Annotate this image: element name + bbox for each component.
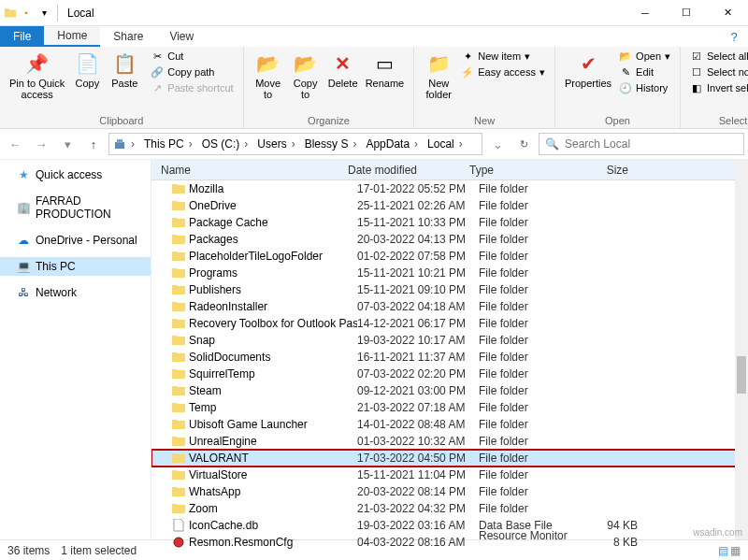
vertical-scrollbar[interactable] bbox=[735, 160, 748, 539]
folder-icon bbox=[172, 401, 185, 414]
copy-icon: 📄 bbox=[74, 50, 100, 77]
pin-quick-access-button[interactable]: 📌 Pin to Quick access bbox=[6, 49, 68, 102]
nav-item[interactable]: ☁ OneDrive - Personal bbox=[0, 231, 151, 250]
table-row[interactable]: VALORANT 17-03-2022 04:50 PM File folder bbox=[151, 450, 748, 467]
paste-shortcut-button[interactable]: ↗Paste shortcut bbox=[147, 80, 237, 95]
up-button[interactable]: ↑ bbox=[82, 133, 105, 155]
nav-item[interactable]: 🖧 Network bbox=[0, 283, 151, 302]
table-row[interactable]: VirtualStore 15-11-2021 11:04 PM File fo… bbox=[151, 467, 748, 483]
nav-item[interactable]: 💻 This PC bbox=[0, 257, 151, 276]
file-type: Resource Monitor ... bbox=[479, 529, 572, 551]
file-type: File folder bbox=[479, 468, 572, 481]
delete-button[interactable]: ✕ Delete bbox=[324, 49, 362, 91]
table-row[interactable]: RadeonInstaller 07-03-2022 04:18 AM File… bbox=[151, 298, 748, 315]
col-date[interactable]: Date modified bbox=[348, 164, 469, 177]
file-type: File folder bbox=[479, 317, 572, 330]
file-name: Steam bbox=[189, 384, 357, 397]
properties-button[interactable]: ✔ Properties bbox=[561, 49, 615, 91]
breadcrumb[interactable]: This PCOS (C:)UsersBlessy SAppDataLocal bbox=[108, 133, 482, 155]
nav-item[interactable]: 🏢 FARRAD PRODUCTION bbox=[0, 192, 151, 223]
col-type[interactable]: Type bbox=[469, 164, 563, 177]
folder-icon bbox=[4, 7, 17, 20]
history-button[interactable]: 🕘History bbox=[615, 80, 674, 95]
table-row[interactable]: IconCache.db 19-03-2022 03:16 AM Data Ba… bbox=[151, 517, 748, 534]
copy-path-button[interactable]: 🔗Copy path bbox=[147, 65, 237, 79]
move-to-button[interactable]: 📂 Move to bbox=[250, 49, 287, 102]
table-row[interactable]: Packages 20-03-2022 04:13 PM File folder bbox=[151, 231, 748, 248]
breadcrumb-item[interactable]: OS (C:) bbox=[197, 137, 253, 151]
folder-icon bbox=[172, 334, 185, 347]
address-dropdown[interactable]: ⌄ bbox=[486, 133, 509, 155]
search-input[interactable]: 🔍 Search Local bbox=[539, 133, 744, 155]
easy-access-button[interactable]: ⚡Easy access ▾ bbox=[457, 65, 549, 79]
select-none-button[interactable]: ☐Select none bbox=[686, 65, 748, 79]
select-all-button[interactable]: ☑Select all bbox=[686, 49, 748, 64]
qat-dropdown[interactable]: ▾ bbox=[36, 5, 52, 22]
table-row[interactable]: Snap 19-03-2022 10:17 AM File folder bbox=[151, 332, 748, 349]
folder-icon bbox=[172, 367, 185, 381]
file-type: File folder bbox=[479, 367, 572, 381]
breadcrumb-item[interactable]: Local bbox=[423, 137, 468, 151]
minimize-button[interactable]: ─ bbox=[625, 0, 666, 26]
scrollbar-thumb[interactable] bbox=[737, 356, 746, 394]
refresh-button[interactable]: ↻ bbox=[512, 138, 535, 151]
breadcrumb-item[interactable]: This PC bbox=[139, 137, 197, 151]
breadcrumb-item[interactable]: Blessy S bbox=[300, 137, 362, 151]
cut-button[interactable]: ✂Cut bbox=[147, 49, 237, 64]
folder-icon bbox=[172, 199, 185, 212]
tab-share[interactable]: Share bbox=[100, 26, 156, 47]
edit-button[interactable]: ✎Edit bbox=[615, 65, 674, 79]
nav-item[interactable]: ★ Quick access bbox=[0, 165, 151, 184]
file-name: Snap bbox=[189, 334, 357, 347]
close-button[interactable]: ✕ bbox=[707, 0, 748, 26]
invert-selection-button[interactable]: ◧Invert selection bbox=[686, 80, 748, 95]
table-row[interactable]: Recovery Toolbox for Outlook Password 14… bbox=[151, 315, 748, 332]
tab-file[interactable]: File bbox=[0, 26, 44, 47]
help-button[interactable]: ? bbox=[727, 26, 748, 47]
quick-access-toolbar[interactable]: ▪ bbox=[18, 5, 35, 22]
table-row[interactable]: Resmon.ResmonCfg 04-03-2022 08:16 AM Res… bbox=[151, 534, 748, 551]
copy-to-button[interactable]: 📂 Copy to bbox=[287, 49, 324, 102]
table-row[interactable]: Temp 21-03-2022 07:18 AM File folder bbox=[151, 399, 748, 416]
table-row[interactable]: Steam 09-12-2021 03:00 PM File folder bbox=[151, 382, 748, 399]
file-name: OneDrive bbox=[189, 199, 357, 212]
recent-button[interactable]: ▾ bbox=[56, 133, 79, 155]
copy-button[interactable]: 📄 Copy bbox=[68, 49, 106, 91]
rename-button[interactable]: ▭ Rename bbox=[362, 49, 409, 91]
table-row[interactable]: Ubisoft Game Launcher 14-01-2022 08:48 A… bbox=[151, 416, 748, 433]
search-icon: 🔍 bbox=[545, 137, 559, 151]
breadcrumb-item[interactable]: AppData bbox=[361, 137, 423, 151]
table-row[interactable]: Package Cache 15-11-2021 10:33 PM File f… bbox=[151, 214, 748, 231]
table-row[interactable]: UnrealEngine 01-03-2022 10:32 AM File fo… bbox=[151, 433, 748, 450]
table-row[interactable]: PlaceholderTileLogoFolder 01-02-2022 07:… bbox=[151, 248, 748, 265]
tab-home[interactable]: Home bbox=[44, 26, 100, 47]
file-name: SolidDocuments bbox=[189, 351, 357, 364]
paste-button[interactable]: 📋 Paste bbox=[106, 49, 143, 91]
table-row[interactable]: OneDrive 25-11-2021 02:26 AM File folder bbox=[151, 197, 748, 214]
table-row[interactable]: Programs 15-11-2021 10:21 PM File folder bbox=[151, 265, 748, 281]
folder-icon bbox=[172, 233, 185, 246]
file-type: File folder bbox=[479, 485, 572, 498]
col-name[interactable]: Name bbox=[151, 164, 348, 177]
table-row[interactable]: SolidDocuments 16-11-2021 11:37 AM File … bbox=[151, 349, 748, 366]
new-item-button[interactable]: ✦New item ▾ bbox=[457, 49, 549, 64]
pc-icon: 💻 bbox=[17, 260, 30, 273]
file-type: File folder bbox=[479, 418, 572, 431]
table-row[interactable]: WhatsApp 20-03-2022 08:14 PM File folder bbox=[151, 483, 748, 500]
group-open: Open bbox=[561, 114, 674, 127]
breadcrumb-item[interactable]: Users bbox=[252, 137, 299, 151]
table-row[interactable]: SquirrelTemp 07-03-2022 02:20 PM File fo… bbox=[151, 366, 748, 382]
table-row[interactable]: Mozilla 17-01-2022 05:52 PM File folder bbox=[151, 180, 748, 197]
col-size[interactable]: Size bbox=[563, 164, 638, 177]
open-button[interactable]: 📂Open ▾ bbox=[615, 49, 674, 64]
file-type: File folder bbox=[479, 334, 572, 347]
tab-view[interactable]: View bbox=[156, 26, 207, 47]
back-button[interactable]: ← bbox=[4, 133, 26, 155]
forward-button[interactable]: → bbox=[30, 133, 52, 155]
new-folder-button[interactable]: 📁 New folder bbox=[420, 49, 457, 102]
table-row[interactable]: Publishers 15-11-2021 09:10 PM File fold… bbox=[151, 281, 748, 298]
maximize-button[interactable]: ☐ bbox=[666, 0, 707, 26]
table-row[interactable]: Zoom 21-03-2022 04:32 PM File folder bbox=[151, 500, 748, 517]
file-type: File folder bbox=[479, 283, 572, 296]
file-date: 01-02-2022 07:58 PM bbox=[357, 250, 479, 263]
